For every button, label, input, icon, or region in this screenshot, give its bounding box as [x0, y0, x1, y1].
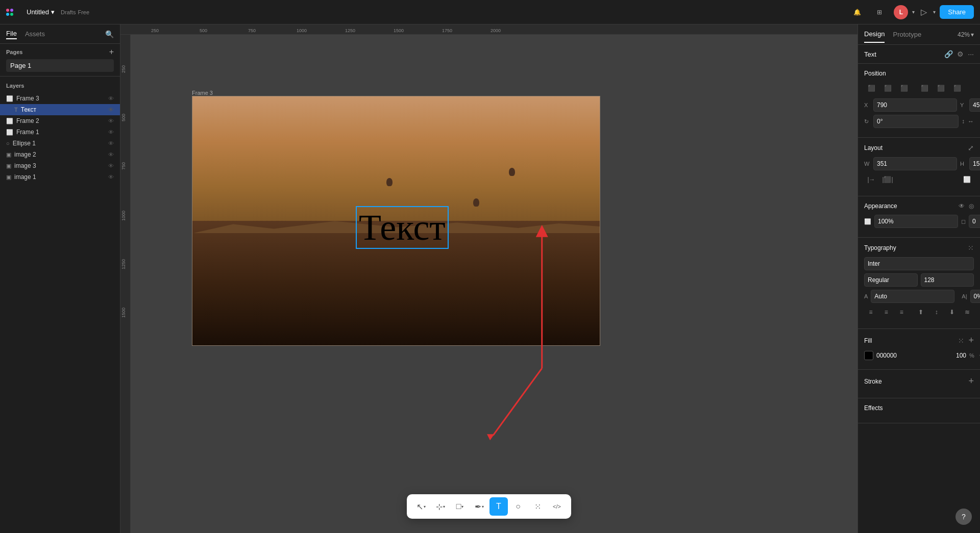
- canvas-text-element[interactable]: Текст: [356, 206, 449, 249]
- frame-tool[interactable]: ⊹▾: [431, 497, 450, 516]
- zoom-control[interactable]: 42% ▾: [958, 31, 974, 38]
- layer-eye-icon[interactable]: 👁: [108, 118, 114, 124]
- play-button[interactable]: ▷: [919, 5, 929, 19]
- link-icon[interactable]: 🔗: [944, 50, 953, 58]
- layout-expand-icon[interactable]: ⤢: [968, 144, 974, 152]
- align-top[interactable]: ⬛: [917, 82, 932, 94]
- page-item-1[interactable]: Page 1: [6, 59, 114, 72]
- w-label: W: [864, 161, 870, 167]
- text-align-left[interactable]: ≡: [864, 306, 877, 318]
- pen-tool[interactable]: ✒▾: [470, 497, 488, 516]
- y-input[interactable]: [969, 98, 980, 112]
- search-icon[interactable]: 🔍: [105, 30, 114, 38]
- settings-icon[interactable]: ⚙: [957, 50, 964, 58]
- align-right[interactable]: ⬛: [897, 82, 911, 94]
- layer-item[interactable]: ⬜ Frame 3 👁: [0, 93, 120, 104]
- help-button[interactable]: ?: [955, 509, 972, 525]
- share-button[interactable]: Share: [940, 5, 974, 19]
- play-caret[interactable]: ▾: [933, 9, 936, 15]
- typography-style-icons[interactable]: ⁙: [968, 244, 974, 252]
- layer-name: image 1: [14, 173, 105, 181]
- text-align-center[interactable]: ≡: [879, 306, 893, 318]
- constraint-icon-2[interactable]: ↔: [968, 118, 974, 125]
- align-left[interactable]: ⬛: [864, 82, 878, 94]
- x-input[interactable]: [873, 98, 957, 112]
- rotation-input-row: ↻ ↕ ↔: [864, 115, 974, 128]
- text-tool[interactable]: T: [489, 497, 508, 516]
- select-tool[interactable]: ↖▾: [412, 497, 430, 516]
- layer-eye-icon[interactable]: 👁: [108, 163, 114, 169]
- text-valign-bottom[interactable]: ⬇: [945, 306, 959, 318]
- constraint-icon-1[interactable]: ↕: [962, 118, 965, 125]
- layer-eye-icon[interactable]: 👁: [108, 129, 114, 135]
- shape-tool[interactable]: ○: [509, 497, 527, 516]
- align-bottom[interactable]: ⬛: [950, 82, 964, 94]
- font-family-select[interactable]: Inter: [864, 257, 974, 270]
- fill-opacity-value: 100: [956, 352, 966, 359]
- layer-item[interactable]: ⬜ Frame 1 👁: [0, 126, 120, 138]
- tab-assets[interactable]: Assets: [25, 29, 45, 39]
- more-icon[interactable]: ···: [968, 50, 974, 58]
- fill-color-swatch[interactable]: [864, 351, 873, 360]
- pages-title: Pages: [6, 49, 22, 55]
- text-align-right[interactable]: ≡: [895, 306, 908, 318]
- font-size-select[interactable]: 128: [921, 273, 974, 287]
- tab-design[interactable]: Design: [864, 26, 885, 43]
- add-stroke-button[interactable]: +: [968, 376, 974, 387]
- text-valign-top[interactable]: ⬆: [914, 306, 927, 318]
- canvas-area[interactable]: 250 500 750 1000 1250 1500 1750 2000 250…: [120, 24, 857, 533]
- layout-align-2[interactable]: |⬛|: [880, 173, 895, 186]
- layer-eye-icon[interactable]: 👁: [108, 151, 114, 158]
- fill-opacity-unit: %: [969, 352, 974, 359]
- opacity-input[interactable]: [874, 215, 958, 228]
- letter-spacing-input[interactable]: [970, 290, 980, 303]
- layer-item[interactable]: T Текст 👁: [0, 104, 120, 115]
- tab-prototype[interactable]: Prototype: [893, 27, 921, 42]
- layer-item[interactable]: ▣ image 2 👁: [0, 149, 120, 160]
- blend-icon[interactable]: ◎: [969, 202, 974, 210]
- fill-style-icon[interactable]: ⁙: [958, 337, 964, 345]
- h-label: H: [960, 161, 966, 167]
- layer-name: image 2: [14, 151, 105, 158]
- layer-name: Frame 2: [16, 117, 105, 124]
- notification-icon[interactable]: 🔔: [849, 4, 865, 20]
- text-valign-middle[interactable]: ↕: [930, 306, 943, 318]
- align-center-v[interactable]: ⬛: [934, 82, 948, 94]
- layer-item[interactable]: ⬜ Frame 2 👁: [0, 115, 120, 126]
- right-sidebar: Design Prototype 42% ▾ Text 🔗 ⚙ ··· Posi…: [857, 24, 980, 533]
- add-fill-button[interactable]: +: [968, 335, 974, 346]
- frame-canvas[interactable]: Текст: [192, 96, 600, 346]
- file-title[interactable]: Untitled ▾: [27, 8, 55, 16]
- font-style-select[interactable]: Regular: [864, 273, 918, 287]
- layer-eye-icon[interactable]: 👁: [108, 174, 114, 180]
- layer-item[interactable]: ▣ image 1 👁: [0, 171, 120, 183]
- code-tool[interactable]: </>: [548, 497, 566, 516]
- add-page-button[interactable]: +: [109, 48, 114, 56]
- components-tool[interactable]: ⁙: [528, 497, 547, 516]
- layer-type-icon: ▣: [6, 174, 11, 181]
- typography-title: Typography: [864, 244, 896, 251]
- layer-eye-icon[interactable]: 👁: [108, 140, 114, 146]
- align-center-h[interactable]: ⬛: [880, 82, 895, 94]
- layer-name: Текст: [21, 106, 105, 113]
- ui-toggle-icon[interactable]: ⊞: [871, 4, 888, 20]
- layout-align-3[interactable]: ⬜: [960, 173, 974, 186]
- user-caret[interactable]: ▾: [912, 9, 915, 15]
- corner-input[interactable]: [969, 215, 980, 228]
- visibility-icon[interactable]: 👁: [959, 202, 965, 210]
- tab-file[interactable]: File: [6, 29, 17, 39]
- layout-align-1[interactable]: |→: [864, 173, 878, 186]
- layer-item[interactable]: ▣ image 3 👁: [0, 160, 120, 171]
- line-height-input[interactable]: [871, 290, 954, 303]
- layer-eye-icon[interactable]: 👁: [108, 95, 114, 101]
- h-input[interactable]: [969, 157, 980, 170]
- layer-eye-icon[interactable]: 👁: [108, 107, 114, 113]
- w-input[interactable]: [873, 157, 957, 170]
- fill-hex-input[interactable]: [876, 352, 953, 359]
- text-options[interactable]: ≋: [961, 306, 974, 318]
- layers-list: ⬜ Frame 3 👁 T Текст 👁 ⬜ Frame 2 👁 ⬜ Fram…: [0, 93, 120, 183]
- rect-tool[interactable]: □▾: [451, 497, 469, 516]
- layer-item[interactable]: ○ Ellipse 1 👁: [0, 138, 120, 149]
- rotation-input[interactable]: [873, 115, 959, 128]
- user-avatar[interactable]: L: [894, 5, 908, 19]
